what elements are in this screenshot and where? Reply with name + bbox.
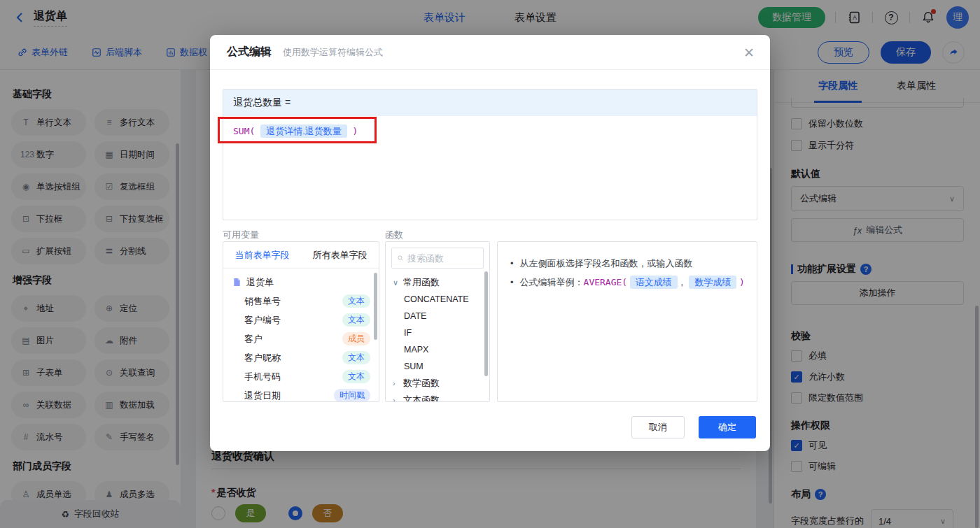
- function-group-数学函数[interactable]: ›数学函数: [386, 375, 489, 392]
- type-badge-文本: 文本: [342, 294, 370, 308]
- variable-name: 销售单号: [244, 295, 342, 308]
- formula-editor[interactable]: 退货总数量 = SUM( 退货详情.退货数量 ): [223, 89, 757, 220]
- close-icon[interactable]: ✕: [743, 45, 755, 61]
- variable-name: 手机号码: [244, 371, 342, 383]
- variable-root-label: 退货单: [246, 276, 370, 289]
- tips-panel: •从左侧面板选择字段名和函数，或输入函数 •公式编辑举例：AVERAGE( 语文…: [497, 241, 757, 402]
- variables-tab-当前表单字段[interactable]: 当前表单字段: [223, 242, 301, 268]
- formula-editor-modal: 公式编辑 使用数学运算符编辑公式 ✕ 退货总数量 = SUM( 退货详情.退货数…: [210, 35, 770, 451]
- variables-label: 可用变量: [223, 229, 259, 241]
- function-MAPX[interactable]: MAPX: [386, 341, 489, 358]
- variables-panel: 当前表单字段所有表单字段 退货单销售单号文本客户编号文本客户成员客户昵称文本手机…: [223, 241, 379, 402]
- function-CONCATENATE[interactable]: CONCATENATE: [386, 291, 489, 308]
- field-chip[interactable]: 退货详情.退货数量: [260, 124, 347, 138]
- chevron-down-icon: ∨: [393, 278, 400, 287]
- type-badge-文本: 文本: [342, 351, 370, 364]
- example-chip: 数学成绩: [689, 276, 736, 289]
- modal-title: 公式编辑: [227, 45, 272, 59]
- chevron-right-icon: ›: [393, 379, 400, 387]
- type-badge-时间戳: 时间戳: [334, 389, 370, 402]
- search-icon: [398, 254, 403, 262]
- function-group-常用函数[interactable]: ∨常用函数: [386, 274, 489, 291]
- variables-tab-所有表单字段[interactable]: 所有表单字段: [301, 242, 379, 268]
- variable-退货日期[interactable]: 退货日期时间戳: [223, 386, 379, 402]
- variable-手机号码[interactable]: 手机号码文本: [223, 367, 379, 386]
- confirm-button[interactable]: 确定: [699, 416, 756, 438]
- function-search: [391, 248, 484, 269]
- variable-root[interactable]: 退货单: [223, 273, 379, 292]
- function-DATE[interactable]: DATE: [386, 308, 489, 324]
- modal-header: 公式编辑 使用数学运算符编辑公式 ✕: [210, 35, 770, 70]
- variable-name: 退货日期: [244, 390, 334, 402]
- functions-scrollbar[interactable]: [484, 271, 488, 376]
- tip-example-line: •公式编辑举例：AVERAGE( 语文成绩， 数学成绩 ): [510, 273, 754, 292]
- functions-panel: ∨常用函数CONCATENATEDATEIFMAPXSUM›数学函数›文本函数: [385, 241, 490, 402]
- variable-客户[interactable]: 客户成员: [223, 329, 379, 348]
- variable-客户昵称[interactable]: 客户昵称文本: [223, 348, 379, 367]
- function-group-label: 数学函数: [403, 377, 440, 390]
- chevron-right-icon: ›: [393, 396, 400, 402]
- variable-客户编号[interactable]: 客户编号文本: [223, 311, 379, 329]
- variable-name: 客户编号: [244, 314, 342, 327]
- modal-subtitle: 使用数学运算符编辑公式: [283, 46, 383, 59]
- variables-tabs: 当前表单字段所有表单字段: [223, 242, 379, 269]
- functions-label: 函数: [385, 229, 403, 241]
- formula-expression[interactable]: SUM( 退货详情.退货数量 ): [223, 116, 757, 147]
- type-badge-成员: 成员: [342, 332, 370, 345]
- formula-target: 退货总数量 =: [223, 90, 757, 116]
- variable-name: 客户: [244, 333, 342, 345]
- function-IF[interactable]: IF: [386, 324, 489, 341]
- cancel-button[interactable]: 取消: [631, 416, 685, 438]
- example-chip: 语文成绩: [630, 276, 678, 289]
- file-icon: [232, 278, 241, 287]
- type-badge-文本: 文本: [342, 370, 370, 383]
- type-badge-文本: 文本: [342, 313, 370, 327]
- variable-name: 客户昵称: [244, 352, 342, 364]
- variable-销售单号[interactable]: 销售单号文本: [223, 292, 379, 311]
- variables-list: 退货单销售单号文本客户编号文本客户成员客户昵称文本手机号码文本退货日期时间戳: [223, 269, 379, 402]
- function-group-label: 常用函数: [403, 276, 440, 289]
- function-tree: ∨常用函数CONCATENATEDATEIFMAPXSUM›数学函数›文本函数: [386, 274, 489, 402]
- variables-scrollbar[interactable]: [374, 273, 377, 340]
- function-SUM[interactable]: SUM: [386, 358, 489, 375]
- modal-footer: 取消 确定: [631, 416, 756, 438]
- function-group-label: 文本函数: [403, 394, 440, 402]
- app-root: 退货单 表单设计表单设置 数据管理 A ? 理 表单外链后端脚本数据权 预览 保…: [0, 0, 980, 528]
- function-search-input[interactable]: [407, 253, 477, 264]
- tip-line: •从左侧面板选择字段名和函数，或输入函数: [510, 254, 754, 273]
- function-group-文本函数[interactable]: ›文本函数: [386, 392, 489, 402]
